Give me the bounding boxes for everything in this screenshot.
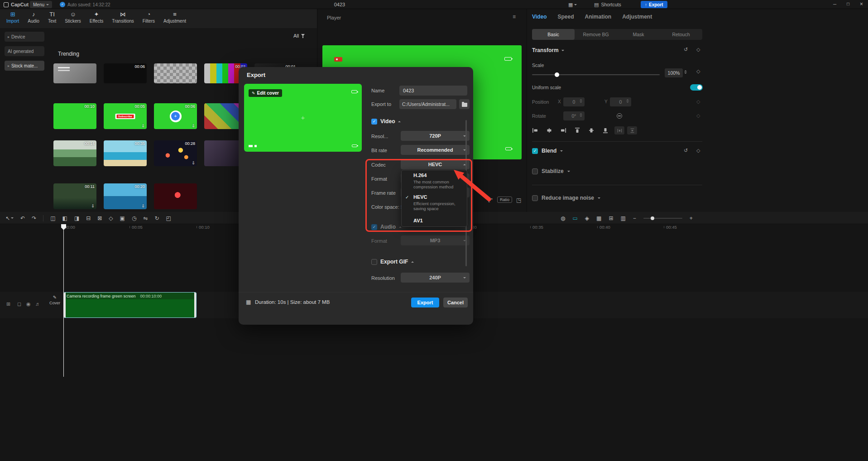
playhead-line[interactable] [63, 224, 64, 377]
layout-switcher[interactable]: ▦ [568, 0, 577, 9]
media-thumbnail[interactable]: 00:20 ⇩ [104, 183, 147, 209]
align-left-icon[interactable] [532, 127, 538, 134]
download-icon[interactable]: ⇩ [192, 161, 195, 165]
media-tab-text[interactable]: TIText [48, 11, 56, 24]
rotate-icon[interactable]: ↻ [154, 216, 159, 221]
media-tab-filters[interactable]: ◔Filters [143, 11, 155, 24]
redo-icon[interactable]: ↷ [32, 216, 36, 221]
media-thumbnail[interactable]: 00:28 ⇩ [154, 140, 197, 166]
distribute-horizontal-button[interactable] [614, 126, 624, 134]
cancel-button[interactable]: Cancel [443, 298, 468, 307]
mirror-icon[interactable]: ⇋ [143, 216, 148, 221]
position-y-stepper[interactable] [626, 99, 629, 103]
align-center-horizontal-icon[interactable] [546, 127, 552, 134]
scale-slider[interactable] [532, 74, 660, 75]
codec-select[interactable]: HEVC [401, 159, 470, 169]
hide-track-icon[interactable]: ◉ [26, 302, 31, 307]
browse-folder-button[interactable] [459, 99, 470, 109]
preview-axis-icon[interactable]: ▥ [620, 216, 625, 221]
video-checkbox[interactable]: ✓ [371, 119, 377, 125]
overlay-icon[interactable]: ▣ [120, 216, 125, 221]
auto-captions-icon[interactable]: ▭ [572, 216, 577, 221]
export-gif-checkbox[interactable] [371, 259, 377, 265]
align-top-icon[interactable] [574, 127, 580, 134]
speed-icon[interactable]: ◷ [132, 216, 136, 221]
scale-stepper[interactable] [684, 70, 687, 74]
zoom-in-icon[interactable]: + [690, 216, 693, 221]
media-tab-effects[interactable]: ✦Effects [90, 11, 103, 24]
download-icon[interactable]: ⇩ [91, 204, 95, 208]
media-tab-audio[interactable]: ♪Audio [28, 11, 39, 24]
crop-icon[interactable]: ◰ [166, 216, 171, 221]
chevron-up-icon[interactable] [398, 121, 401, 122]
align-bottom-icon[interactable] [602, 127, 609, 134]
zoom-out-icon[interactable]: − [633, 216, 636, 221]
subtab-remove-bg[interactable]: Remove BG [575, 29, 617, 40]
extract-icon[interactable]: ⊟ [86, 216, 91, 221]
uniform-scale-toggle[interactable] [690, 84, 703, 91]
media-thumbnail[interactable]: 00:14 [53, 140, 96, 166]
media-thumbnail[interactable]: 00:06 [104, 63, 147, 83]
mute-track-icon[interactable]: ♬ [35, 302, 40, 307]
media-thumbnail[interactable]: 00:11 ⇩ [53, 183, 96, 209]
codec-option-hevc[interactable]: ✓ HEVC Efficient compression, saving spa… [402, 192, 468, 215]
filter-all[interactable]: All [293, 33, 305, 38]
media-thumbnail[interactable]: 00:06 + ⇩ [154, 103, 197, 129]
edit-cover-button[interactable]: ✎ Edit cover [249, 89, 282, 97]
cover-button[interactable]: ✎ Cover [47, 295, 62, 305]
player-menu-icon[interactable]: ≡ [513, 14, 516, 19]
keyframe-icon[interactable]: ◈ [585, 216, 589, 221]
audio-checkbox[interactable]: ✓ [371, 224, 377, 230]
keyframe-diamond-icon[interactable]: ◇ [696, 113, 700, 119]
close-button[interactable]: × [860, 1, 863, 7]
timeline-zoom-slider[interactable] [643, 218, 682, 219]
select-tool-icon[interactable]: ↖ [5, 216, 10, 221]
download-icon[interactable]: ⇩ [141, 124, 145, 128]
chevron-down-icon[interactable] [598, 197, 600, 199]
name-input[interactable] [399, 86, 467, 96]
split-icon[interactable]: ◫ [50, 216, 55, 221]
download-icon[interactable]: ⇩ [141, 204, 145, 208]
align-middle-vertical-icon[interactable] [588, 127, 595, 134]
sidebar-item-ai-generated[interactable]: AI generated [5, 46, 44, 56]
main-track-icon[interactable]: ⊞ [6, 302, 10, 307]
magnet-snap-icon[interactable]: ▦ [596, 216, 601, 221]
lock-track-icon[interactable]: ◻ [17, 302, 21, 307]
subtab-basic[interactable]: Basic [532, 29, 575, 40]
transform-header[interactable]: Transform [532, 47, 564, 53]
minimize-button[interactable]: ─ [833, 2, 836, 7]
tab-speed[interactable]: Speed [557, 14, 574, 20]
fullscreen-icon[interactable]: ◳ [516, 197, 521, 203]
download-icon[interactable]: ⇩ [192, 124, 195, 128]
keyframe-diamond-icon[interactable]: ◇ [696, 68, 700, 74]
reset-icon[interactable]: ↺ [684, 47, 688, 53]
reset-icon[interactable]: ↺ [684, 148, 688, 154]
shortcuts-button[interactable]: ▤ Shortcuts [594, 0, 621, 9]
blend-checkbox[interactable]: ✓ [532, 148, 538, 154]
export-button-top[interactable]: ↑ Export [641, 1, 667, 8]
sidebar-item-device[interactable]: ▸Device [5, 32, 44, 42]
audio-format-select[interactable]: MP3 [401, 235, 470, 245]
rotate-stepper[interactable] [580, 113, 582, 117]
trim-right-icon[interactable]: ◨ [74, 216, 79, 221]
subtab-mask[interactable]: Mask [617, 29, 660, 40]
stabilize-checkbox[interactable] [532, 168, 538, 174]
link-clips-icon[interactable]: ⊞ [609, 216, 613, 221]
chevron-up-icon[interactable] [411, 261, 414, 263]
align-right-icon[interactable] [560, 127, 566, 134]
zoom-slider-handle[interactable] [651, 216, 654, 220]
media-thumbnail[interactable] [53, 63, 96, 83]
export-path-field[interactable]: C:/Users/Administrat... [399, 99, 456, 109]
bitrate-select[interactable]: Recommended [401, 145, 470, 155]
media-tab-adjustment[interactable]: ≡Adjustment [163, 11, 186, 24]
subtab-retouch[interactable]: Retouch [660, 29, 702, 40]
media-tab-transitions[interactable]: ⋈Transitions [112, 11, 134, 24]
menu-button[interactable]: Menu [30, 1, 52, 8]
slider-handle[interactable] [555, 72, 559, 77]
gif-resolution-select[interactable]: 240P [401, 273, 470, 283]
clip-right-handle[interactable] [194, 293, 196, 318]
ratio-button[interactable]: Ratio [497, 197, 512, 203]
sidebar-item-stock-material[interactable]: ▸Stock mate... [5, 61, 44, 71]
timeline-clip[interactable]: Camera recording frame green screen 00:0… [63, 292, 197, 318]
chevron-down-icon[interactable] [567, 171, 570, 172]
